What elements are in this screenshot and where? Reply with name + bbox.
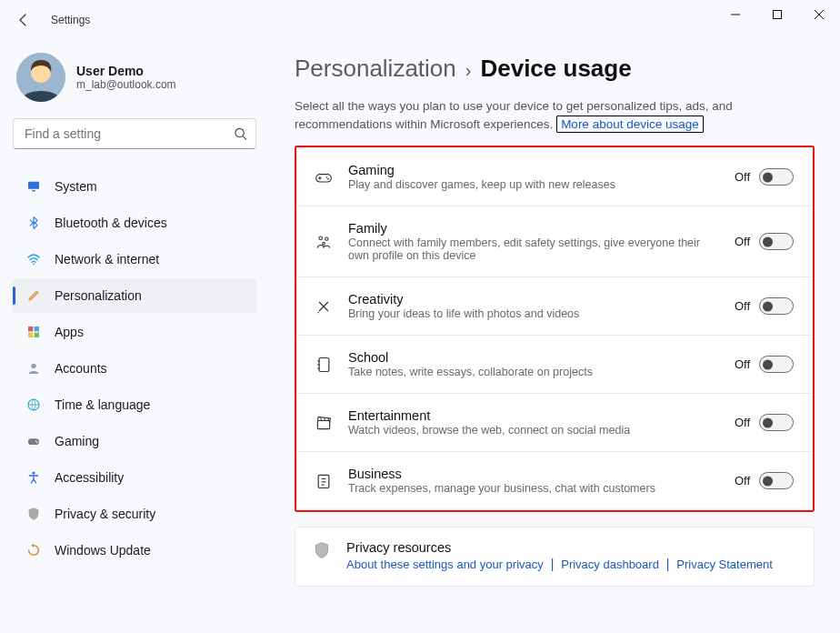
sidebar-item-privacy[interactable]: Privacy & security [13,497,256,531]
profile-block[interactable]: User Demo m_lab@outlook.com [13,47,256,118]
toggle-state-label: Off [735,474,750,487]
sidebar-item-system[interactable]: System [13,169,256,204]
usage-desc: Connect with family members, edit safety… [348,236,720,262]
usage-card-creativity: CreativityBring your ideas to life with … [296,277,813,336]
creativity-icon [314,296,334,316]
svg-rect-6 [28,182,39,189]
back-button[interactable] [13,9,35,31]
usage-title: Gaming [348,163,720,177]
toggle-entertainment[interactable] [759,414,794,431]
sidebar-item-label: Personalization [55,288,142,303]
person-icon [25,360,42,377]
sidebar-item-accounts[interactable]: Accounts [13,351,256,386]
svg-point-18 [33,472,35,475]
svg-point-16 [35,440,37,442]
notebook-icon [314,355,334,375]
sidebar: User Demo m_lab@outlook.com SystemBlueto… [0,40,269,633]
briefcase-icon [314,471,334,491]
toggle-state-label: Off [735,170,750,184]
minimize-button[interactable] [715,0,756,29]
svg-point-4 [235,128,244,136]
pencil-icon [25,287,42,304]
sidebar-item-bluetooth[interactable]: Bluetooth & devices [13,206,256,240]
shield-icon [312,540,332,560]
privacy-link[interactable]: About these settings and your privacy [346,558,544,571]
svg-point-17 [36,442,38,444]
breadcrumb: Personalization › Device usage [295,55,815,83]
sidebar-item-accessibility[interactable]: Accessibility [13,460,256,495]
svg-point-23 [325,237,328,240]
svg-rect-19 [316,174,332,181]
family-icon [314,232,334,252]
search-input[interactable] [13,118,256,149]
sidebar-item-label: Accounts [55,361,107,376]
usage-card-entertainment: EntertainmentWatch videos, browse the we… [296,394,813,452]
usage-title: Family [348,221,720,236]
sidebar-item-apps[interactable]: Apps [13,315,256,349]
usage-desc: Watch videos, browse the web, connect on… [348,424,720,437]
sidebar-item-gaming[interactable]: Gaming [13,424,256,458]
sidebar-item-network[interactable]: Network & internet [13,242,256,276]
privacy-link[interactable]: Privacy Statement [676,558,773,571]
maximize-button[interactable] [756,0,798,29]
toggle-state-label: Off [735,357,750,371]
window-controls [715,0,840,29]
sidebar-item-label: System [55,179,97,194]
svg-point-22 [319,236,323,240]
svg-rect-25 [319,357,329,371]
usage-desc: Take notes, write essays, collaborate on… [348,366,720,378]
sidebar-item-label: Time & language [55,397,150,412]
breadcrumb-separator: › [465,60,472,81]
device-usage-list: GamingPlay and discover games, keep up w… [295,146,815,512]
svg-point-13 [31,364,35,368]
main-content: Personalization › Device usage Select al… [269,40,840,633]
privacy-link[interactable]: Privacy dashboard [561,558,659,571]
svg-rect-12 [35,333,39,337]
toggle-gaming[interactable] [759,168,794,186]
more-about-link[interactable]: More about device usage [556,116,704,133]
user-email: m_lab@outlook.com [76,78,176,91]
privacy-title: Privacy resources [346,540,773,555]
toggle-state-label: Off [735,299,750,313]
search-icon [234,127,247,141]
sidebar-item-personalization[interactable]: Personalization [13,278,256,313]
usage-desc: Play and discover games, keep up with ne… [348,178,720,191]
close-button[interactable] [798,0,840,29]
breadcrumb-parent[interactable]: Personalization [295,55,456,83]
sidebar-item-label: Network & internet [55,252,159,266]
toggle-state-label: Off [735,235,750,248]
monitor-icon [25,178,42,195]
usage-title: Creativity [348,292,720,306]
sidebar-item-label: Accessibility [55,470,124,485]
privacy-resources-card: Privacy resources About these settings a… [295,527,815,587]
toggle-creativity[interactable] [759,297,794,315]
sidebar-item-time[interactable]: Time & language [13,387,256,422]
avatar [16,53,65,102]
usage-desc: Track expenses, manage your business, ch… [348,482,720,495]
globe-clock-icon [25,397,42,413]
toggle-business[interactable] [759,472,794,489]
search-box [13,118,256,149]
usage-title: Business [348,467,720,481]
accessibility-icon [25,469,42,486]
intro-text: Select all the ways you plan to use your… [295,97,815,133]
clapper-icon [314,413,334,433]
svg-point-8 [33,263,35,265]
shield-icon [25,506,42,522]
svg-point-21 [327,177,329,179]
svg-rect-10 [35,327,39,331]
usage-title: Entertainment [348,408,720,423]
sidebar-item-update[interactable]: Windows Update [13,533,256,568]
sidebar-item-label: Windows Update [55,543,151,558]
toggle-family[interactable] [759,233,794,250]
window-title: Settings [51,14,90,26]
usage-card-gaming: GamingPlay and discover games, keep up w… [296,147,813,206]
usage-desc: Bring your ideas to life with photos and… [348,307,720,320]
svg-point-20 [326,176,328,178]
bluetooth-icon [25,215,42,231]
privacy-links: About these settings and your privacy | … [346,557,773,571]
sidebar-item-label: Apps [55,325,84,339]
toggle-school[interactable] [759,356,794,373]
wifi-icon [25,251,42,267]
sidebar-item-label: Bluetooth & devices [55,216,167,230]
